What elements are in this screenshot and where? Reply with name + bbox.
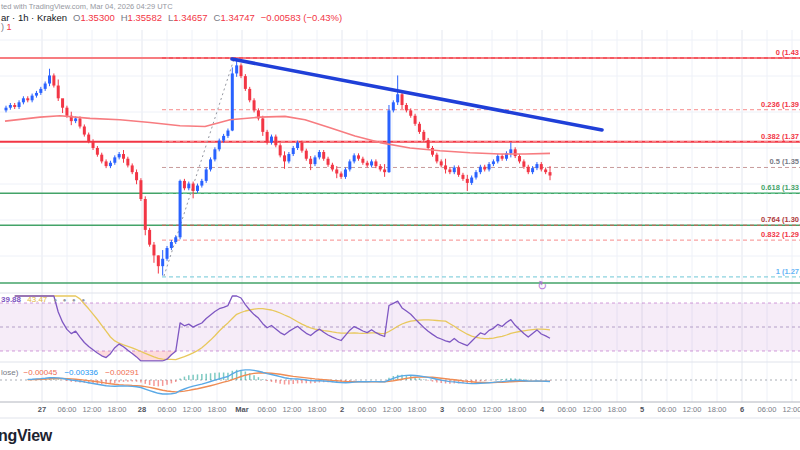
fib-level-label: 0.5 (1.35 [769,157,799,166]
macd-name-fragment: lose) [1,368,18,377]
indicator-legend-fragment: ) 1 [1,22,12,32]
macd-hist-value: −0.00045 [24,368,58,377]
time-tick-hour: 12:00 [770,405,800,414]
rsi-status-line[interactable]: 39.88 43.47 ● ● ● ● [1,295,87,304]
tradingview-logo-fragment[interactable]: ngView [0,427,52,445]
rsi-ma-value: 43.47 [27,295,47,304]
fib-level-label: 0.764 (1.30 [761,215,799,224]
fib-level-label: 0.618 (1.33 [761,183,799,192]
ohlc-values: O1.35300H1.35582L1.34657C1.34747 [67,12,255,23]
rsi-value: 39.88 [1,295,21,304]
change-value: −0.00583 (−0.43%) [261,12,342,23]
macd-signal-value: −0.00291 [105,368,139,377]
fib-level-label: 0.236 (1.39 [761,100,799,109]
tradingview-published-chart: ted with TradingView.com, Mar 04, 2026 0… [0,0,800,450]
macd-line-value: −0.00336 [64,368,98,377]
symbol-legend[interactable]: ar · 1h · KrakenO1.35300H1.35582L1.34657… [1,12,342,23]
fib-level-label: 0.382 (1.37 [761,132,799,141]
rsi-hidden-args: ● ● ● ● [54,297,88,303]
fib-level-label: 1 (1.27 [776,267,799,276]
fib-level-label: 0 (1.43 [776,48,799,57]
ohlc-key: H [121,12,128,23]
ohlc-value: 1.34657 [173,12,207,23]
ohlc-value: 1.34747 [220,12,254,23]
fib-level-label: 0.832 (1.29 [761,230,799,239]
candlestick-chart-canvas[interactable] [0,0,800,450]
attribution-text: ted with TradingView.com, Mar 04, 2026 0… [1,2,173,11]
ohlc-value: 1.35582 [128,12,162,23]
ohlc-value: 1.35300 [80,12,114,23]
macd-status-line[interactable]: lose) −0.00045 −0.00336 −0.00291 [1,368,139,377]
